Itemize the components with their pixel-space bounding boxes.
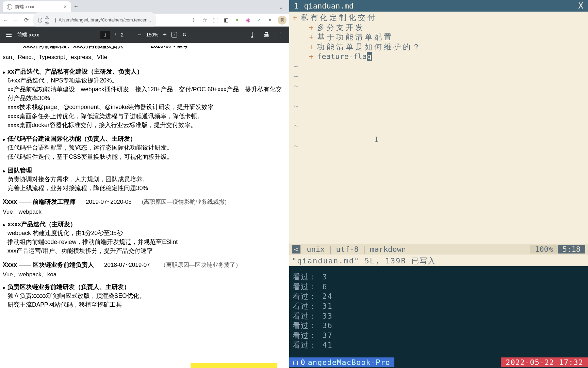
share-icon[interactable]: ⇪ <box>191 17 197 23</box>
vim-tilde: ~ <box>293 141 588 151</box>
job-date: 2018-07~2019-07 <box>104 261 150 270</box>
terminal-line: 看过： 41 <box>293 340 585 350</box>
reload-button[interactable]: ⟳ <box>23 17 29 23</box>
zoom-level: 150% <box>146 32 158 37</box>
vim-line-text: 基于功能清单配置 <box>317 32 393 42</box>
url-path: /Users/xiange/Library/Containers/com.ten… <box>59 17 151 22</box>
tmux-session-number: 0 <box>300 358 305 367</box>
statusline-arrow-icon: < <box>292 245 300 254</box>
tmux-statusbar: ▢ 0 angedeMacBook-Pro 2022-05-22 17:32 <box>289 356 588 368</box>
menu-icon[interactable] <box>6 33 12 37</box>
page-total: 2 <box>121 32 124 37</box>
job-date: 2019-07~2020-05 <box>86 198 132 206</box>
status-encoding: utf-8 <box>332 245 362 254</box>
new-tab-button[interactable]: + <box>74 3 78 11</box>
terminal-line: 看过： 24 <box>293 292 585 302</box>
more-icon[interactable]: ⋮ <box>277 31 283 39</box>
vim-tab-number: 1 <box>289 2 302 10</box>
text-cursor-icon: I <box>374 135 379 145</box>
skill-line: Vue、webpack <box>3 208 283 216</box>
vim-buffer[interactable]: +私有化定制化交付 +多分支开发 +基于功能清单配置 +功能清单是如何维护的？ … <box>289 12 588 244</box>
rotate-icon[interactable]: ↻ <box>182 32 188 38</box>
site-info-icon[interactable]: i <box>38 18 42 22</box>
extension-icon[interactable]: ▾ <box>234 17 240 23</box>
fold-plus-icon[interactable]: + <box>309 42 317 52</box>
vim-cursor: g <box>367 52 372 61</box>
fit-page-icon[interactable]: ↕ <box>172 32 177 37</box>
section-heading: 负责区块链业务前端研发（负责人、主研发） <box>7 282 130 291</box>
terminal-line: 看过： 33 <box>293 311 585 321</box>
fold-plus-icon[interactable]: + <box>309 32 317 42</box>
job-reason: （离职原因—区块链业务黄了） <box>160 261 241 270</box>
section-heading: 低代码平台建设国际化功能（负责人、主研发） <box>7 134 136 143</box>
section-body: webpack 构建速度优化，由1分20秒至35秒 推动组内前端code-rev… <box>7 229 283 256</box>
status-position: 5:18 <box>558 245 585 254</box>
terminal-line: 看过： 37 <box>293 331 585 341</box>
vim-statusline: < unix | utf-8 | markdown 100% 5:18 <box>289 244 588 255</box>
status-percent: 100% <box>530 245 558 254</box>
fold-plus-icon[interactable]: + <box>293 13 301 23</box>
status-fileformat: unix <box>303 245 328 254</box>
pdf-toolbar: 前端-xxxx / 2 − 150% + ↕ ↻ ⭳ 🖶 ⋮ <box>0 27 289 43</box>
bullet-icon <box>3 139 5 141</box>
section-body: 负责协调对接各方需求，人力规划，团队成员培养。 完善上线流程，业务对接流程，降低… <box>7 175 283 193</box>
section-body: 低代码平台语料配置，预览态，运行态国际化功能设计研发。 低代码组件迭代，基于CS… <box>7 143 283 161</box>
skill-line: Vue、webpack、koa <box>3 271 283 279</box>
vim-line-text: 功能清单是如何维护的？ <box>317 42 422 52</box>
url-scheme-label: 文件 <box>45 14 52 26</box>
browser-tab-strip: 前端-xxxx × + ⌄ <box>0 0 289 14</box>
forward-button: → <box>13 17 19 23</box>
bullet-icon <box>3 170 5 172</box>
vim-tilde: ~ <box>293 81 588 91</box>
extension-icon[interactable]: ⬚ <box>212 17 218 23</box>
vim-tilde: ~ <box>293 72 588 81</box>
print-icon[interactable]: 🖶 <box>263 31 270 39</box>
bullet-icon <box>3 224 5 226</box>
bullet-icon <box>3 287 5 289</box>
terminal-line: 看过： 3 <box>293 272 585 282</box>
download-icon[interactable]: ⭳ <box>249 31 256 39</box>
vim-editor[interactable]: 1 qianduan.md X +私有化定制化交付 +多分支开发 +基于功能清单… <box>289 0 588 266</box>
browser-tab[interactable]: 前端-xxxx × <box>3 1 71 12</box>
subtitle-caption: 产品的一些特性 <box>191 363 277 368</box>
terminal-line: 看过： 6 <box>293 282 585 292</box>
status-filetype: markdown <box>366 245 409 254</box>
terminal-line: 看过： 36 <box>293 321 585 331</box>
vim-tab-filename[interactable]: qianduan.md <box>302 2 356 10</box>
zoom-in-button[interactable]: + <box>163 31 167 39</box>
globe-icon <box>7 4 12 10</box>
extensions-puzzle-icon[interactable]: ✦ <box>267 17 273 23</box>
section-heading: xxxx产品迭代（主研发） <box>7 220 76 229</box>
pdf-title: 前端-xxxx <box>17 32 39 38</box>
job-title: Xxxx —— 区块链业务前端负责人 <box>3 260 94 269</box>
vim-message: "qianduan.md" 5L, 139B 已写入 <box>289 255 588 266</box>
extension-icon[interactable]: ◧ <box>223 17 229 23</box>
close-icon[interactable]: × <box>64 4 67 10</box>
page-separator: / <box>115 32 116 37</box>
vim-line-text: 私有化定制化交付 <box>301 13 377 23</box>
fold-plus-icon[interactable]: + <box>309 52 317 62</box>
profile-avatar[interactable]: 羡 <box>278 16 287 25</box>
vim-line-text: 多分支开发 <box>317 23 365 33</box>
vim-tab-close[interactable]: X <box>574 1 588 11</box>
vim-tilde: ~ <box>293 62 588 72</box>
tmux-session-icon: ▢ <box>293 358 298 367</box>
vim-tilde: ~ <box>293 121 588 131</box>
pdf-viewport[interactable]: xxx方向前端研发、xxx方向前端负责人 2020-07 - 至今 san、Re… <box>0 43 289 368</box>
extension-icon[interactable]: ◉ <box>245 17 251 23</box>
page-number-input[interactable] <box>100 31 110 39</box>
address-bar[interactable]: i 文件 | /Users/xiange/Library/Containers/… <box>33 12 156 28</box>
terminal-output[interactable]: 看过： 3 看过： 6 看过： 24 看过： 31 看过： 33 看过： 36 … <box>289 266 588 356</box>
section-body: 独立负责xxxxx矿池响应式改版，预渲染SEO优化。 研究主流DAPP网站代码，… <box>7 291 283 309</box>
job-header-left: xxx方向前端研发、xxx方向前端负责人 <box>23 46 124 50</box>
tabs-dropdown-icon[interactable]: ⌄ <box>279 4 283 10</box>
section-body: 6+xx产品迭代，NPS专项建设提升20%。 xx产品前端功能清单建设，webp… <box>7 76 283 130</box>
extension-icon[interactable]: ✓ <box>256 17 262 23</box>
back-button[interactable]: ← <box>3 17 9 23</box>
bullet-icon <box>3 72 5 74</box>
section-heading: xx产品迭代、产品私有化建设（主研发、负责人） <box>7 67 143 76</box>
job-title: Xxxx —— 前端研发工程师 <box>3 197 76 206</box>
bookmark-star-icon[interactable]: ☆ <box>201 17 208 23</box>
zoom-out-button[interactable]: − <box>138 31 142 39</box>
fold-plus-icon[interactable]: + <box>309 23 317 33</box>
